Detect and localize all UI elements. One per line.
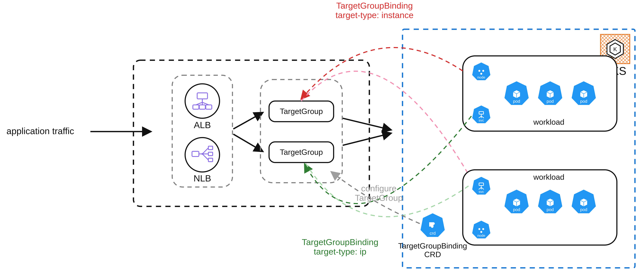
targetgroup-1-label: TargetGroup [280,107,323,115]
targetgroup-2-label: TargetGroup [280,148,323,156]
svg-text:crd: crd [430,231,436,236]
svg-text:pod: pod [513,99,520,104]
link-instance-binding [301,47,463,99]
aws-boundary [134,60,369,206]
workload-2-label: workload [533,173,564,181]
anno-configure-1: configure [361,184,396,193]
svg-text:pod: pod [580,99,587,104]
crd-icon: crd [420,213,445,237]
svg-text:svc: svc [478,118,484,122]
anno-ip-1: TargetGroupBinding [302,237,378,247]
svg-text:pod: pod [580,207,587,212]
crd-caption-2: CRD [424,250,441,259]
alb-label: ALB [194,120,211,130]
anno-configure-2: TargetGroup [355,193,403,203]
anno-ip-2: target-type: ip [314,247,366,256]
anno-instance-1: TargetGroupBinding [336,1,413,10]
architecture-diagram: application traffic ALB NLB TargetGroup … [0,0,644,272]
svg-point-13 [478,70,480,72]
traffic-label: application traffic [6,126,74,136]
svg-point-24 [478,228,480,230]
nlb-label: NLB [194,173,211,183]
arrow-lb-to-tg1 [233,113,262,129]
svg-point-25 [482,228,484,230]
svg-text:node: node [477,75,485,79]
anno-instance-2: target-type: instance [336,10,414,20]
svg-text:pod: pod [513,207,520,212]
crd-caption-1: TargetGroupBinding [398,242,467,250]
nlb-icon [185,138,220,172]
svg-text:pod: pod [546,207,554,212]
svg-point-26 [480,231,482,233]
svg-text:svc: svc [478,190,484,194]
svg-text:K: K [613,46,617,52]
svg-point-10 [202,153,203,155]
arrow-lb-to-tg2 [233,134,262,151]
svg-text:pod: pod [546,99,554,104]
arrow-tg-to-eks-1 [343,118,391,130]
targetgroup-group [260,79,342,183]
svg-text:node: node [477,234,485,238]
svg-point-14 [482,70,484,72]
alb-icon [185,84,220,118]
svg-point-15 [480,73,482,75]
workload-1-label: workload [533,118,564,126]
arrow-tg-to-eks-2 [343,133,391,145]
